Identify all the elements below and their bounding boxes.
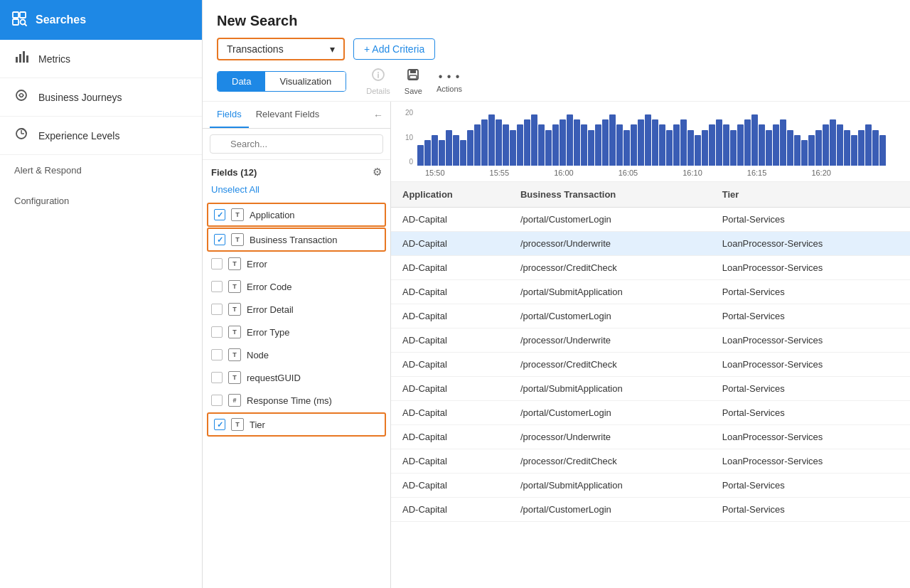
chart-bar bbox=[823, 124, 829, 166]
gear-icon[interactable]: ⚙ bbox=[373, 166, 382, 178]
table-cell-bt: /portal/SubmitApplication bbox=[509, 377, 711, 401]
svg-line-4 bbox=[25, 23, 27, 26]
chart-bar bbox=[581, 124, 587, 166]
svg-rect-2 bbox=[13, 19, 18, 25]
table-cell-tier: LoanProcessor-Services bbox=[711, 256, 910, 280]
save-action[interactable]: Save bbox=[405, 68, 422, 95]
field-item-node[interactable]: TNode bbox=[203, 343, 390, 366]
field-item-tier[interactable]: TTier bbox=[207, 412, 386, 437]
chart-bar bbox=[588, 130, 594, 166]
chart-bar bbox=[503, 124, 509, 166]
table-cell-bt: /processor/CreditCheck bbox=[509, 449, 711, 474]
fields-count-label: Fields (12) bbox=[211, 167, 257, 178]
chart-bar bbox=[467, 130, 473, 166]
collapse-panel-icon[interactable]: ← bbox=[373, 109, 383, 121]
field-checkbox-error-code[interactable] bbox=[211, 281, 223, 292]
details-action[interactable]: Details bbox=[366, 68, 390, 95]
chart-bar bbox=[432, 135, 438, 166]
field-type-icon-error-detail: T bbox=[228, 303, 241, 316]
chart-bar bbox=[560, 119, 566, 166]
field-item-error[interactable]: TError bbox=[203, 252, 390, 275]
content-area: Fields Relevant Fields ← 🔍 Fields (12) ⚙… bbox=[203, 102, 910, 588]
table-cell-bt: /processor/CreditCheck bbox=[509, 256, 711, 280]
field-checkbox-error-type[interactable] bbox=[211, 326, 223, 338]
table-cell-app: AD-Capital bbox=[391, 280, 509, 304]
fields-search-input[interactable] bbox=[210, 134, 383, 154]
field-item-application[interactable]: TApplication bbox=[207, 203, 386, 227]
field-type-icon-error-type: T bbox=[228, 326, 241, 338]
field-checkbox-business-transaction[interactable] bbox=[214, 234, 225, 245]
details-label: Details bbox=[366, 87, 390, 95]
chart-bar bbox=[865, 124, 872, 166]
unselect-all-button[interactable]: Unselect All bbox=[203, 184, 390, 199]
field-checkbox-node[interactable] bbox=[211, 349, 223, 360]
svg-rect-18 bbox=[410, 75, 417, 79]
table-row[interactable]: AD-Capital/portal/CustomerLoginPortal-Se… bbox=[391, 401, 910, 425]
transactions-dropdown[interactable]: Transactions ▾ bbox=[217, 38, 345, 60]
toolbar-row1: Transactions ▾ + Add Criteria bbox=[217, 38, 896, 60]
chart-bar bbox=[759, 124, 765, 166]
svg-rect-7 bbox=[23, 51, 25, 63]
col-header-tier: Tier bbox=[711, 182, 910, 208]
chart-bar bbox=[709, 124, 715, 166]
table-row[interactable]: AD-Capital/processor/CreditCheckLoanProc… bbox=[391, 353, 910, 377]
field-checkbox-error[interactable] bbox=[211, 258, 223, 269]
tab-visualization[interactable]: Visualization bbox=[265, 72, 346, 91]
sidebar-item-experience-levels[interactable]: Experience Levels bbox=[0, 117, 202, 155]
table-row[interactable]: AD-Capital/processor/CreditCheckLoanProc… bbox=[391, 449, 910, 474]
chart-bar bbox=[645, 114, 651, 166]
table-row[interactable]: AD-Capital/portal/CustomerLoginPortal-Se… bbox=[391, 208, 910, 232]
actions-action[interactable]: • • • Actions bbox=[437, 70, 462, 93]
field-name-error-type: Error Type bbox=[247, 327, 289, 338]
table-row[interactable]: AD-Capital/portal/CustomerLoginPortal-Se… bbox=[391, 498, 910, 522]
table-cell-tier: Portal-Services bbox=[711, 304, 910, 328]
table-cell-tier: LoanProcessor-Services bbox=[711, 449, 910, 474]
table-cell-tier: Portal-Services bbox=[711, 474, 910, 498]
field-checkbox-response-time[interactable] bbox=[211, 395, 223, 406]
table-cell-bt: /portal/SubmitApplication bbox=[509, 280, 711, 304]
tab-fields[interactable]: Fields bbox=[210, 102, 249, 128]
table-row[interactable]: AD-Capital/processor/UnderwriteLoanProce… bbox=[391, 425, 910, 449]
table-row[interactable]: AD-Capital/processor/UnderwriteLoanProce… bbox=[391, 328, 910, 353]
field-checkbox-error-detail[interactable] bbox=[211, 304, 223, 315]
field-name-business-transaction: Business Transaction bbox=[250, 235, 338, 245]
field-checkbox-request-guid[interactable] bbox=[211, 372, 223, 383]
chart-bar bbox=[815, 130, 822, 166]
add-criteria-button[interactable]: + Add Criteria bbox=[353, 38, 435, 60]
field-item-business-transaction[interactable]: TBusiness Transaction bbox=[207, 228, 386, 252]
sidebar-item-configuration[interactable]: Configuration bbox=[0, 186, 202, 216]
chart-bar bbox=[453, 135, 459, 166]
table-row[interactable]: AD-Capital/portal/SubmitApplicationPorta… bbox=[391, 280, 910, 304]
sidebar-item-business-journeys[interactable]: Business Journeys bbox=[0, 78, 202, 117]
chart-bar bbox=[616, 124, 623, 166]
chart-bar bbox=[716, 119, 722, 166]
y-label-20: 20 bbox=[405, 109, 413, 117]
fields-search-area: 🔍 bbox=[203, 129, 390, 160]
table-cell-app: AD-Capital bbox=[391, 449, 509, 474]
field-checkbox-tier[interactable] bbox=[214, 419, 225, 430]
field-item-response-time[interactable]: #Response Time (ms) bbox=[203, 389, 390, 412]
field-item-error-code[interactable]: TError Code bbox=[203, 275, 390, 298]
table-row[interactable]: AD-Capital/portal/SubmitApplicationPorta… bbox=[391, 377, 910, 401]
field-name-application: Application bbox=[250, 210, 295, 220]
table-cell-bt: /portal/CustomerLogin bbox=[509, 401, 711, 425]
tab-data[interactable]: Data bbox=[218, 72, 265, 91]
field-checkbox-application[interactable] bbox=[214, 209, 225, 220]
chart-bar bbox=[595, 124, 601, 166]
chart-x-labels: 15:50 15:55 16:00 16:05 16:10 16:15 16:2… bbox=[405, 166, 896, 181]
table-row[interactable]: AD-Capital/processor/UnderwriteLoanProce… bbox=[391, 232, 910, 256]
tab-relevant-fields[interactable]: Relevant Fields bbox=[249, 102, 327, 128]
field-item-request-guid[interactable]: TrequestGUID bbox=[203, 366, 390, 389]
table-cell-bt: /portal/SubmitApplication bbox=[509, 474, 711, 498]
table-row[interactable]: AD-Capital/processor/CreditCheckLoanProc… bbox=[391, 256, 910, 280]
sidebar-item-alert-respond[interactable]: Alert & Respond bbox=[0, 155, 202, 186]
main-content: New Search Transactions ▾ + Add Criteria… bbox=[203, 0, 910, 588]
sidebar-item-metrics[interactable]: Metrics bbox=[0, 40, 202, 78]
col-header-business-transaction: Business Transaction bbox=[509, 182, 711, 208]
field-item-error-detail[interactable]: TError Detail bbox=[203, 298, 390, 321]
table-row[interactable]: AD-Capital/portal/CustomerLoginPortal-Se… bbox=[391, 304, 910, 328]
table-header: Application Business Transaction Tier bbox=[391, 182, 910, 208]
table-row[interactable]: AD-Capital/portal/SubmitApplicationPorta… bbox=[391, 474, 910, 498]
field-item-error-type[interactable]: TError Type bbox=[203, 321, 390, 343]
table-cell-bt: /processor/CreditCheck bbox=[509, 353, 711, 377]
